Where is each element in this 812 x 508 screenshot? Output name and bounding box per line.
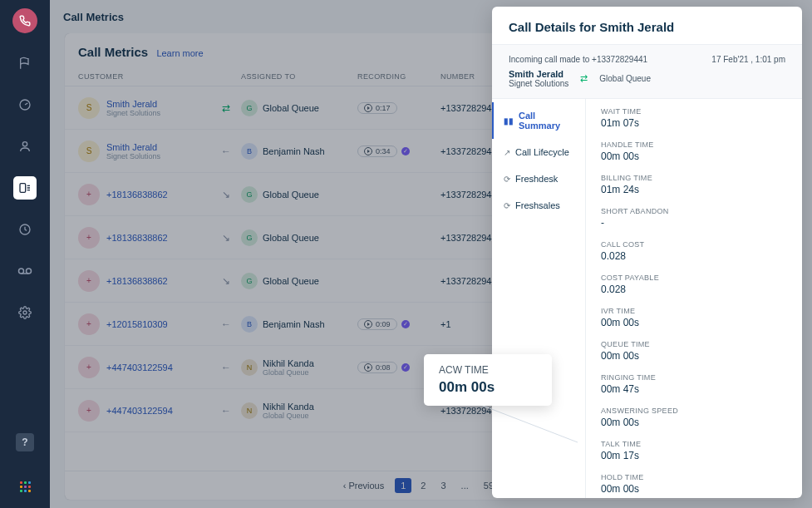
metric-value: 00m 00s [601,417,787,428]
metric-handle-time: HANDLE TIME00m 00s [601,141,787,162]
metrics-list: WAIT TIME01m 07sHANDLE TIME00m 00sBILLIN… [586,99,802,498]
metric-value: 00m 00s [601,483,787,495]
nav-voicemail[interactable] [13,259,37,283]
apps-icon [20,481,31,492]
global-nav: ? [0,0,50,508]
metric-value: - [601,217,787,229]
nav-user[interactable] [13,135,37,158]
tab-label: Freshsales [515,200,560,210]
metric-talk-time: TALK TIME00m 17s [601,440,787,461]
nav-phone[interactable] [12,8,37,33]
svg-point-5 [27,269,32,274]
metric-label: COST PAYABLE [601,274,787,282]
metric-label: IVR TIME [601,307,787,315]
context-company: Signet Solutions [509,79,568,88]
metric-label: BILLING TIME [601,174,787,182]
svg-point-6 [23,311,27,314]
metric-value: 0.028 [601,284,787,295]
tab-freshsales[interactable]: ⟳Freshsales [492,192,585,219]
metric-label: HOLD TIME [601,473,787,481]
nav-flag[interactable] [13,52,37,75]
metric-queue-time: QUEUE TIME00m 00s [601,340,787,362]
metric-label: WAIT TIME [601,107,787,116]
metric-value: 00m 00s [601,350,787,362]
tooltip-value: 00m 00s [439,379,537,396]
svg-point-4 [19,269,24,274]
metric-hold-time: HOLD TIME00m 00s [601,473,787,495]
call-details-panel: Call Details for Smith Jerald Incoming c… [492,7,802,498]
metric-label: TALK TIME [601,440,787,448]
link-icon: ⇄ [580,73,588,84]
metric-value: 00m 00s [601,317,787,328]
bars-icon: ▮▮ [504,116,514,126]
nav-apps[interactable] [13,475,37,498]
nav-settings[interactable] [13,301,37,324]
metric-ringing-time: RINGING TIME00m 47s [601,373,787,395]
metric-label: SHORT ABANDON [601,207,787,215]
metric-ivr-time: IVR TIME00m 00s [601,307,787,328]
metric-label: QUEUE TIME [601,340,787,348]
metric-answering-speed: ANSWERING SPEED00m 00s [601,407,787,428]
refresh-icon: ⟳ [504,175,510,184]
nav-call-metrics[interactable] [13,176,37,200]
nav-help[interactable]: ? [16,433,34,451]
svg-point-1 [22,142,27,146]
context-queue: Global Queue [599,74,651,83]
metric-value: 01m 24s [601,184,787,195]
tooltip-label: ACW TIME [439,364,537,376]
metric-value: 0.028 [601,250,787,262]
metric-call-cost: CALL COST0.028 [601,240,787,262]
nav-history[interactable] [13,218,37,241]
svg-rect-2 [20,184,26,193]
lifecycle-icon: ↗ [504,148,510,157]
panel-title: Call Details for Smith Jerald [492,7,802,44]
metric-value: 00m 47s [601,383,787,395]
metric-short-abandon: SHORT ABANDON- [601,207,787,229]
context-call-line: Incoming call made to +13372829441 [509,55,647,64]
context-caller: Smith Jerald [509,69,568,79]
metric-cost-payable: COST PAYABLE0.028 [601,274,787,295]
metric-billing-time: BILLING TIME01m 24s [601,174,787,195]
acw-tooltip: ACW TIME 00m 00s [424,354,552,406]
tab-freshdesk[interactable]: ⟳Freshdesk [492,165,585,192]
tab-label: Call Summary [519,111,575,131]
metric-label: HANDLE TIME [601,141,787,149]
metric-value: 01m 07s [601,117,787,129]
nav-dashboard[interactable] [13,93,37,116]
metric-label: CALL COST [601,240,787,249]
refresh-icon: ⟳ [504,201,510,210]
tab-call-lifecycle[interactable]: ↗Call Lifecycle [492,139,585,165]
panel-tabs: ▮▮Call Summary↗Call Lifecycle⟳Freshdesk⟳… [492,99,586,498]
metric-label: ANSWERING SPEED [601,407,787,415]
metric-value: 00m 17s [601,450,787,461]
metric-label: RINGING TIME [601,373,787,382]
tab-label: Freshdesk [515,174,558,184]
context-timestamp: 17 Feb'21 , 1:01 pm [711,55,785,64]
tab-call-summary[interactable]: ▮▮Call Summary [492,102,585,139]
tab-label: Call Lifecycle [515,147,569,157]
metric-value: 00m 00s [601,150,787,162]
metric-wait-time: WAIT TIME01m 07s [601,107,787,129]
panel-context: Incoming call made to +13372829441 17 Fe… [492,44,802,99]
